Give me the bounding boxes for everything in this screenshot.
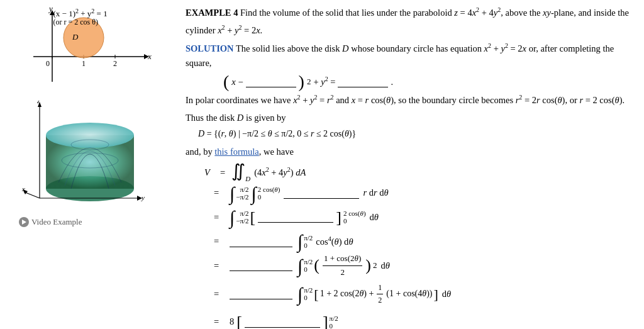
svg-point-16 <box>46 123 134 148</box>
limits-4: π/2 0 <box>304 258 313 273</box>
blank-6[interactable] <box>230 260 292 271</box>
svg-text:y: y <box>48 6 53 13</box>
solution-label: SOLUTION <box>186 43 234 53</box>
solution-line: SOLUTION The solid lies above the disk D… <box>186 41 631 70</box>
dtheta-3: dθ <box>442 287 451 301</box>
one-plus-cos4t: (1 + cos(4θ)) <box>386 287 432 301</box>
eq2: = <box>214 186 223 200</box>
outer-limits: π/2 −π/2 <box>236 186 248 201</box>
open-bracket-1: [ <box>250 204 256 231</box>
int-sym-5: ∫ <box>297 286 303 303</box>
completing-square: ( x − ) 2 + y2 = . <box>223 74 631 89</box>
close-bracket-1: ] <box>336 204 341 231</box>
limits-5: π/2 0 <box>304 286 313 301</box>
polar-coords-text: In polar coordinates we have x2 + y2 = r… <box>186 92 631 108</box>
eq5: = <box>214 259 223 273</box>
outer-limits-2: π/2 −π/2 <box>236 209 248 225</box>
cos4-integrand: cos4(θ) dθ <box>316 234 353 249</box>
eval-limits-1: 2 cos(θ) 0 <box>343 209 366 225</box>
dtheta-2: dθ <box>380 259 389 273</box>
video-example-label: Video Example <box>31 217 82 227</box>
close-bracket-2: ] <box>433 283 438 305</box>
example-number: EXAMPLE 4 <box>186 8 238 18</box>
and-text: and, by <box>186 147 214 157</box>
blank-4[interactable] <box>258 211 333 223</box>
blank-1[interactable] <box>246 76 296 87</box>
outer-int-sym-2: ∫ <box>230 209 235 226</box>
close-paren: ) <box>299 74 304 89</box>
r-dr-dtheta: r dr dθ <box>363 186 388 200</box>
V-label: V <box>204 165 214 180</box>
integral-block: V = ∬D (4x2 + 4y2) dA = ∫ π/2 −π/2 ∫ 2 c… <box>204 163 631 329</box>
eval-limits-2: π/2 0 <box>330 315 338 329</box>
and-formula: and, by this formula, we have <box>186 145 631 159</box>
cylinder-label: cylinder x2 + y2 = 2x. <box>186 23 631 38</box>
example-text: Find the volume of the solid that lies u… <box>240 8 629 18</box>
expanded-integrand: 1 + 2 cos(2θ) + <box>320 287 374 301</box>
this-formula-link[interactable]: this formula <box>214 147 258 157</box>
eq7: = <box>214 315 223 329</box>
inner-limits: 2 cos(θ) 0 <box>258 186 280 201</box>
blank-7[interactable] <box>230 288 292 299</box>
right-panel: EXAMPLE 4 Find the volume of the solid t… <box>176 0 644 329</box>
period-1: . <box>391 75 393 89</box>
we-have-text: , we have <box>259 147 294 157</box>
thus-text: Thus the disk D is given by <box>186 111 631 125</box>
svg-text:y: y <box>141 194 145 201</box>
limits-3: π/2 0 <box>304 234 313 249</box>
svg-text:0: 0 <box>46 59 50 68</box>
plus-y2: + y2 = <box>313 74 335 89</box>
solution-text: The solid lies above the disk D whose bo… <box>186 43 614 68</box>
row-iterated-1: = ∫ π/2 −π/2 ∫ 2 cos(θ) 0 r dr dθ <box>204 185 631 202</box>
3d-surface: x y z <box>21 101 159 211</box>
x-minus: x − <box>231 75 243 89</box>
row-expanded: = ∫ π/2 0 [ 1 + 2 cos(2θ) + 1 2 (1 + cos… <box>204 282 631 306</box>
open-paren: ( <box>223 74 229 89</box>
svg-text:D: D <box>72 32 79 42</box>
close-paren-frac: ) <box>365 259 371 272</box>
eight-label: 8 <box>230 315 234 329</box>
row-half-angle: = ∫ π/2 0 ( 1 + cos(2θ) 2 ) 2 dθ <box>204 252 631 279</box>
open-bracket-2: [ <box>314 283 318 305</box>
eq1: = <box>220 165 225 180</box>
D-definition: D = {(r, θ) | −π/2 ≤ θ ≤ π/2, 0 ≤ r ≤ 2 … <box>198 127 631 141</box>
int-sym-3: ∫ <box>297 233 303 250</box>
blank-5[interactable] <box>230 236 292 247</box>
outer-int-sym: ∫ <box>230 185 235 202</box>
axes-diagram: y x 0 1 2 D (x − 1)2 + y2 = 1 (or r = 2 … <box>27 6 153 94</box>
video-icon <box>19 217 29 227</box>
integrand-da: (4x2 + 4y2) dA <box>254 165 306 180</box>
eq6: = <box>214 287 223 301</box>
svg-text:1: 1 <box>82 59 86 68</box>
frac-one-half: 1 2 <box>377 282 383 306</box>
circle-equation-2: (or r = 2 cos θ) <box>53 18 99 27</box>
left-panel: y x 0 1 2 D (x − 1)2 + y2 = 1 (or r = 2 … <box>0 0 176 329</box>
svg-text:2: 2 <box>113 59 117 68</box>
dtheta-1: dθ <box>370 210 379 225</box>
video-example[interactable]: Video Example <box>9 217 82 227</box>
int-sym-4: ∫ <box>297 257 303 274</box>
open-paren-frac: ( <box>314 259 319 272</box>
example-header: EXAMPLE 4 Find the volume of the solid t… <box>186 5 631 20</box>
blank-8[interactable] <box>245 316 320 328</box>
open-bracket-3: [ <box>236 309 242 329</box>
double-integral-sym: ∬D <box>231 163 250 182</box>
svg-text:x: x <box>147 52 152 61</box>
eq4: = <box>214 234 223 248</box>
close-bracket-3: ] <box>323 309 328 329</box>
row-8-bracket: = 8 [ ] π/2 0 <box>204 309 631 329</box>
inner-int-sym: ∫ <box>252 185 257 202</box>
row-v-equals: V = ∬D (4x2 + 4y2) dA <box>204 163 631 182</box>
blank-3[interactable] <box>284 187 359 199</box>
eq3: = <box>214 210 223 225</box>
surface-svg: x y z <box>21 101 159 211</box>
row-cos4: = ∫ π/2 0 cos4(θ) dθ <box>204 233 631 250</box>
frac-1+cos2t-over-2: 1 + cos(2θ) 2 <box>323 252 362 279</box>
blank-2[interactable] <box>338 76 388 87</box>
row-iterated-2: = ∫ π/2 −π/2 [ ] 2 cos(θ) 0 dθ <box>204 204 631 231</box>
